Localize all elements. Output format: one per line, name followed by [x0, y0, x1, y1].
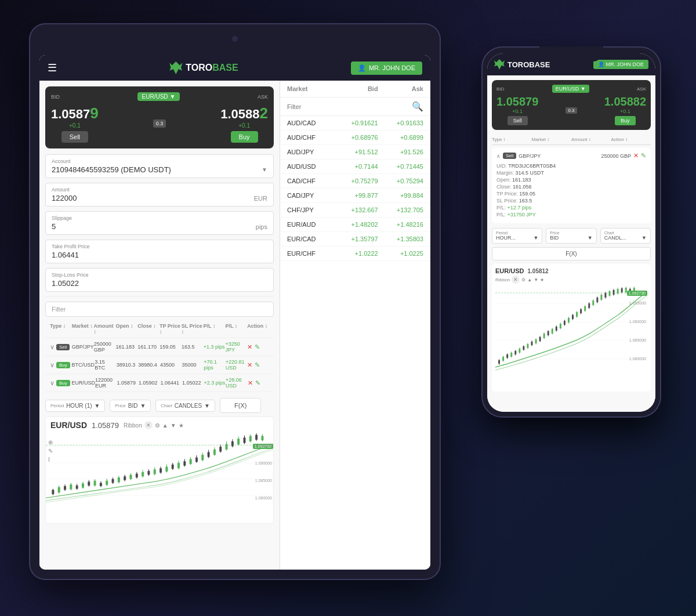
trades-filter-placeholder: Filter — [52, 306, 66, 313]
phone-notch — [539, 46, 603, 61]
market-eur-aud: EUR/AUD — [287, 221, 332, 228]
phone-price-4: 1.080000 — [629, 357, 646, 361]
menu-icon[interactable]: ☰ — [48, 61, 57, 74]
ask-eur-chf: +1.0225 — [378, 250, 423, 257]
market-row-aud-cad[interactable]: AUD/CAD +0.91621 +0.91633 — [280, 116, 430, 131]
trade-2-close-btn[interactable]: ✕ — [247, 361, 252, 369]
trade-1-tp: 159.05 — [160, 344, 182, 350]
phone-col-amount: Amount ↕ — [571, 137, 611, 142]
phone-trade-type: Sell — [503, 153, 516, 159]
phone-ribbon-up-icon[interactable]: ▲ — [527, 277, 532, 282]
price-control[interactable]: Price BID ▼ — [110, 400, 151, 412]
phone-trade-close-btn[interactable]: ✕ — [633, 152, 639, 160]
market-filter-input[interactable] — [287, 103, 408, 110]
trade-1-chevron[interactable]: ∨ Sell — [50, 343, 72, 351]
trade-3-close-btn[interactable]: ✕ — [248, 379, 253, 387]
ask-aud-cad: +0.91633 — [378, 119, 423, 126]
trade-1-open: 161.183 — [116, 344, 138, 350]
phone-bid-ask-widget: BID EUR/USD ▼ ASK 1.05879 +0.1 Sell — [492, 80, 651, 130]
take-profit-field-wrap: Take Profit Price 1.06441 — [45, 240, 274, 263]
trades-filter[interactable]: Filter — [45, 302, 274, 317]
toro-icon — [169, 61, 182, 74]
market-row-chf-jpy[interactable]: CHF/JPY +132.667 +132.705 — [280, 203, 430, 218]
tablet-chart-container: EUR/USD 1.05879 Ribbon ✕ ⚙ ▲ ▼ ★ — [45, 416, 274, 524]
chart-type-control[interactable]: Chart CANDLES ▼ — [155, 400, 215, 412]
trade-2-close: 38980.4 — [138, 362, 160, 368]
sell-button[interactable]: Sell — [61, 131, 88, 143]
phone-fx-button[interactable]: F(X) — [492, 247, 651, 260]
phone-trade-chevron[interactable]: ∧ — [496, 153, 501, 159]
phone-pair-badge[interactable]: EUR/USD ▼ — [552, 85, 589, 93]
ribbon-close-icon[interactable]: ✕ — [144, 421, 153, 429]
ask-chf-jpy: +132.705 — [378, 206, 423, 213]
phone-period-control[interactable]: Period HOUR... ▼ — [492, 228, 542, 244]
phone-price-control[interactable]: Price BID ▼ — [546, 228, 596, 244]
ribbon-settings-icon[interactable]: ⚙ — [155, 422, 160, 429]
market-aud-chf: AUD/CHF — [287, 134, 332, 141]
trade-2-type: Buy — [56, 362, 70, 368]
phone-trade-edit-btn[interactable]: ✎ — [641, 152, 646, 160]
phone-margin-label: Margin: — [496, 170, 516, 176]
phone-chart-type-control[interactable]: Chart CANDL... ▼ — [600, 228, 651, 244]
market-search-icon[interactable]: 🔍 — [412, 101, 423, 112]
phone-sell-button[interactable]: Sell — [507, 116, 528, 125]
phone-close-value: 161.056 — [513, 184, 532, 190]
trade-1-close-btn[interactable]: ✕ — [247, 343, 252, 351]
market-row-eur-aud[interactable]: EUR/AUD +1.48202 +1.48216 — [280, 218, 430, 232]
ribbon-down-icon[interactable]: ▼ — [171, 422, 176, 429]
slippage-value[interactable]: 5 — [52, 222, 56, 231]
price-chevron-icon: ▼ — [140, 403, 146, 409]
chart-measure-icon[interactable]: I — [48, 456, 53, 463]
phone-ribbon-down-icon[interactable]: ▼ — [534, 277, 538, 282]
trade-row-main-2: ∨ Buy BTC/USD 3.15 BTC 38910.3 38980.4 4… — [45, 356, 274, 374]
trade-2-edit-btn[interactable]: ✎ — [255, 361, 260, 369]
phone-user-button[interactable]: 👤 MR. JOHN DOE — [593, 60, 648, 69]
market-filter[interactable]: 🔍 — [280, 97, 430, 116]
tablet-left-panel: BID EUR/USD ▼ ASK 1.05879 — [39, 81, 280, 570]
ribbon-star-icon[interactable]: ★ — [179, 422, 184, 429]
phone-ribbon-close[interactable]: ✕ — [512, 276, 520, 284]
trade-1-edit-btn[interactable]: ✎ — [255, 343, 260, 351]
period-label: Period — [50, 403, 64, 408]
ask-eur-aud: +1.48216 — [378, 221, 423, 228]
chart-crosshair-icon[interactable]: ⊕ — [48, 439, 53, 445]
phone-price-3: 1.085000 — [629, 338, 646, 342]
chart-price: 1.05879 — [92, 421, 119, 430]
bid-aud-jpy: +91.512 — [332, 148, 378, 155]
trade-3-chevron[interactable]: ∨ Buy — [50, 379, 72, 387]
phone-chart-area: EUR/USD 1.05812 Ribbon ✕ ⚙ ▲ ▼ ★ — [492, 264, 651, 392]
phone-logo: TOROBASE — [494, 59, 550, 70]
phone-pl-cur-label: P/L: — [496, 212, 507, 218]
market-row-eur-cad[interactable]: EUR/CAD +1.35797 +1.35803 — [280, 232, 430, 247]
market-row-aud-jpy[interactable]: AUD/JPY +91.512 +91.526 — [280, 145, 430, 160]
stop-loss-value[interactable]: 1.05022 — [52, 279, 267, 288]
pair-badge[interactable]: EUR/USD ▼ — [137, 92, 180, 101]
phone-ribbon-settings-icon[interactable]: ⚙ — [521, 277, 525, 282]
take-profit-value[interactable]: 1.06441 — [52, 251, 267, 259]
market-row-cad-jpy[interactable]: CAD/JPY +99.877 +99.884 — [280, 189, 430, 203]
buy-button[interactable]: Buy — [231, 131, 258, 143]
account-value[interactable]: 2109484645593259 (DEMO USDT) — [52, 165, 171, 174]
trade-3-edit-btn[interactable]: ✎ — [255, 379, 260, 387]
market-row-eur-chf[interactable]: EUR/CHF +1.0222 +1.0225 — [280, 247, 430, 261]
trades-table-header: Type ↕ Market ↕ Amount ↕ Open ↕ Close ↕ … — [45, 320, 274, 338]
ribbon-up-icon[interactable]: ▲ — [162, 422, 168, 429]
market-row-aud-chf[interactable]: AUD/CHF +0.68976 +0.6899 — [280, 131, 430, 145]
market-row-cad-chf[interactable]: CAD/CHF +0.75279 +0.75294 — [280, 174, 430, 189]
trades-col-type: Type ↕ — [50, 323, 72, 335]
phone-trade-card: ∧ Sell GBP/JPY 250000 GBP ✕ ✎ UID: TRD3I… — [492, 147, 651, 223]
phone-chart-price: 1.05812 — [528, 268, 549, 274]
tablet-user-button[interactable]: 👤 MR. JOHN DOE — [351, 61, 422, 75]
phone-ribbon-star-icon[interactable]: ★ — [540, 277, 544, 282]
tablet-device: ☰ TOROBASE 👤 MR. JOHN DOE BID — [29, 23, 441, 580]
amount-field-wrap: Amount 122000 EUR — [45, 183, 274, 206]
bid-cad-chf: +0.75279 — [332, 177, 378, 184]
amount-value[interactable]: 122000 — [52, 194, 77, 202]
phone-buy-button[interactable]: Buy — [615, 116, 636, 125]
fx-button[interactable]: F(X) — [220, 398, 261, 413]
chart-pen-icon[interactable]: ✎ — [48, 448, 53, 454]
trade-2-chevron[interactable]: ∨ Buy — [50, 361, 72, 369]
period-control[interactable]: Period HOUR (1) ▼ — [45, 400, 105, 412]
market-row-aud-usd[interactable]: AUD/USD +0.7144 +0.71445 — [280, 160, 430, 174]
phone-period-value: HOUR... ▼ — [496, 235, 538, 241]
